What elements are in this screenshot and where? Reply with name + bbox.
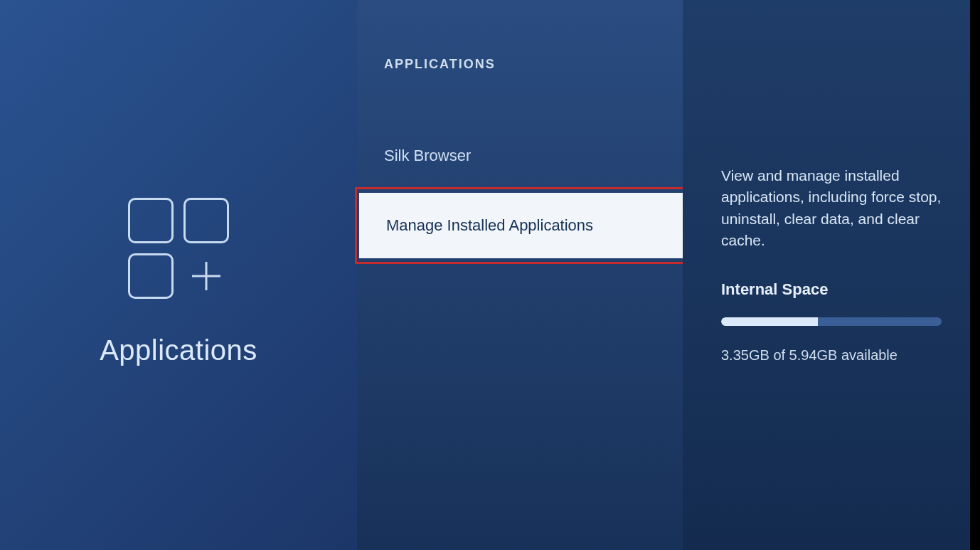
menu-item-silk-browser[interactable]: Silk Browser [357,130,683,181]
section-header: APPLICATIONS [357,57,683,72]
category-title: Applications [100,334,257,366]
item-description: View and manage installed applications, … [721,165,949,252]
middle-panel: APPLICATIONS Silk Browser Manage Install… [357,0,683,550]
menu-item-label: Silk Browser [384,147,471,165]
menu-item-label: Manage Installed Applications [386,216,593,235]
highlight-annotation: Manage Installed Applications [355,187,687,264]
storage-available-text: 3.35GB of 5.94GB available [721,347,949,364]
left-panel: Applications [0,0,357,550]
icon-square [183,198,229,243]
plus-icon [183,253,229,299]
icon-square [128,198,174,243]
storage-progress-bar [721,317,942,326]
storage-progress-fill [721,317,818,326]
menu-item-manage-installed-applications[interactable]: Manage Installed Applications [359,193,683,258]
applications-icon [128,198,229,299]
icon-square [128,253,174,299]
storage-heading: Internal Space [721,280,949,299]
right-panel: View and manage installed applications, … [683,0,970,550]
